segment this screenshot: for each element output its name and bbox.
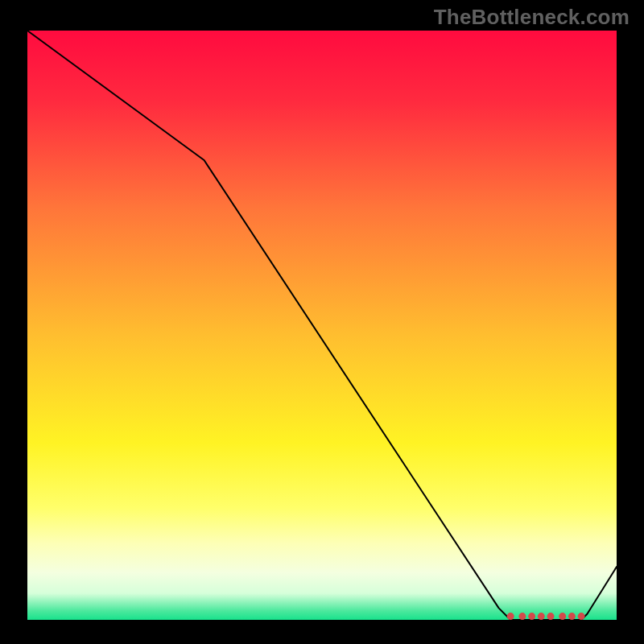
chart-marker bbox=[507, 613, 514, 620]
chart-frame: TheBottleneck.com bbox=[0, 0, 644, 644]
chart-marker bbox=[578, 613, 585, 620]
chart-marker bbox=[568, 613, 576, 620]
chart-marker bbox=[547, 613, 555, 620]
chart-marker bbox=[538, 613, 545, 620]
chart-marker bbox=[518, 613, 526, 620]
chart-marker bbox=[559, 613, 566, 620]
chart-marker bbox=[528, 613, 535, 620]
chart-svg bbox=[0, 0, 644, 644]
chart-background bbox=[27, 31, 617, 620]
